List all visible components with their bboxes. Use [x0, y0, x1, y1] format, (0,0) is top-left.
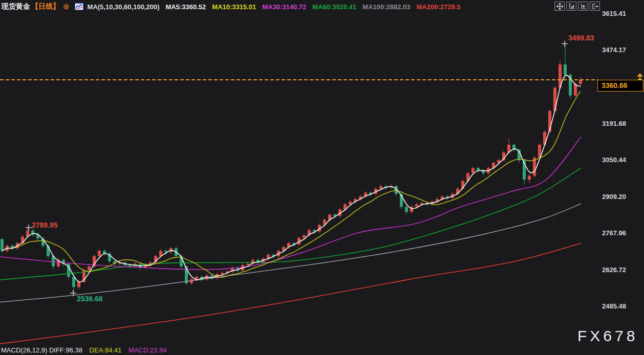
- y-axis-label: 2626.72: [602, 266, 626, 274]
- pan-tool-button[interactable]: [554, 2, 565, 11]
- axis-play-icon: [580, 3, 587, 10]
- y-axis-label: 2767.96: [602, 229, 626, 237]
- arrow-out-of-box-icon: [592, 3, 598, 10]
- chart-toolbar: [554, 2, 600, 11]
- period-selector[interactable]: 【日线】: [31, 2, 60, 11]
- y-axis-label: 3191.68: [602, 120, 626, 128]
- macd-footer: MACD(26,12,9) DIFF:96.38 DEA:84.41 MACD:…: [1, 346, 172, 354]
- add-indicator-icon[interactable]: ⊕: [63, 2, 70, 11]
- ma30-value: MA30:3140.72: [262, 3, 306, 11]
- macd-dea: DEA:84.41: [90, 346, 122, 354]
- export-chart-button[interactable]: [590, 2, 600, 11]
- macd-value: MACD:23.94: [128, 346, 166, 354]
- ma10-value: MA10:3315.01: [212, 3, 256, 11]
- ma5-value: MA5:3360.52: [166, 3, 206, 11]
- trough-price-label: 2536.68: [77, 295, 103, 303]
- axis-up-arrow-icon: [568, 3, 575, 10]
- y-axis-label: 3050.44: [602, 156, 626, 164]
- last-price-tag: 3360.66: [597, 80, 643, 92]
- instrument-name: 现货黄金: [2, 2, 30, 11]
- y-axis-label: 3474.17: [602, 46, 626, 54]
- chart-type-icon[interactable]: [75, 3, 83, 10]
- ma-settings-label: MA(5,10,30,60,100,200): [88, 3, 160, 11]
- fx678-watermark: FX678: [577, 327, 638, 345]
- y-axis-auto-scale-button[interactable]: [566, 2, 576, 11]
- y-axis-label: 2485.48: [602, 302, 626, 310]
- ma100-value: MA100:2882.03: [362, 3, 410, 11]
- peak-price-label: 2789.95: [32, 221, 58, 229]
- ma60-value: MA60:3020.41: [312, 3, 356, 11]
- ma200-value: MA200:2729.5: [417, 3, 461, 11]
- macd-params-diff: MACD(26,12,9) DIFF:96.38: [1, 346, 82, 354]
- y-axis-label: 2909.20: [602, 193, 626, 201]
- chart-header: 现货黄金 【日线】 ⊕ MA(5,10,30,60,100,200) MA5:3…: [0, 0, 644, 13]
- x-axis-scale-button[interactable]: [578, 2, 588, 11]
- move-cross-icon: [556, 3, 563, 10]
- high-price-label: 3499.83: [568, 34, 594, 42]
